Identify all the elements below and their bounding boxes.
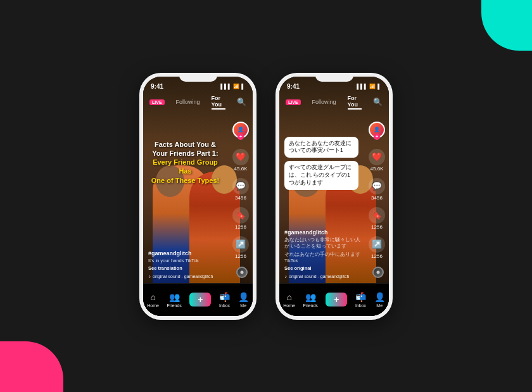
title-highlight2: One of These Types! [151,177,219,184]
follow-badge: + [238,134,244,140]
music-note-icon-right: ♪ [284,274,287,279]
inbox-icon-right: 📬 [355,292,366,302]
friends-label: Friends [167,303,182,308]
inbox-nav-item-right[interactable]: 📬 Inbox [355,292,366,308]
spinning-disc [236,267,248,278]
me-nav-item[interactable]: 👤 Me [238,292,249,308]
create-nav-item-right[interactable]: + [326,293,347,307]
create-button[interactable]: + [189,293,211,307]
friends-icon: 👥 [169,292,180,302]
search-icon-right[interactable]: 🔍 [373,98,383,106]
video-title: Facts About You & Your Friends Part 1: E… [149,140,221,185]
bookmark-icon: 🔖 [232,207,249,224]
status-time-right: 9:41 [287,83,300,90]
bookmark-action[interactable]: 🔖 1256 [232,207,249,230]
me-label: Me [240,303,246,308]
inbox-label: Inbox [219,303,230,308]
caption: It's in your hands TikTok [148,258,225,263]
friends-label-right: Friends [303,303,318,308]
home-icon: ⌂ [150,292,155,302]
friends-nav-item-right[interactable]: 👥 Friends [303,292,318,308]
comment-icon-right: 💬 [369,178,385,194]
share-icon: ↗️ [232,236,249,253]
following-tab[interactable]: Following [176,99,200,105]
profile-action[interactable]: 👤 + [232,122,249,142]
me-label-right: Me [376,303,383,308]
live-badge: LIVE [149,99,165,105]
comment-action[interactable]: 💬 3456 [232,178,249,201]
sound-name-right: original sound - gameandglitch [289,274,349,279]
home-nav-item-right[interactable]: ⌂ Home [283,292,295,308]
bottom-navigation: ⌂ Home 👥 Friends + 📬 Inbox 👤 Me [143,283,253,316]
comment-action-right[interactable]: 💬 3456 [369,178,385,201]
battery-icon: ▌ [241,84,245,89]
top-nav: LIVE Following For You 🔍 [143,92,253,112]
share-count: 1256 [235,253,246,259]
inbox-label-right: Inbox [355,303,366,308]
comment-icon: 💬 [232,178,249,194]
status-icons-right: ▌▌▌ 📶 ▌ [357,84,381,89]
create-button-right[interactable]: + [326,293,347,307]
following-tab-right[interactable]: Following [312,99,336,105]
phone-screen-right: 9:41 ▌▌▌ 📶 ▌ LIVE Following For You 🔍 あな… [279,77,389,316]
like-count: 45.6K [234,166,248,172]
inbox-nav-item[interactable]: 📬 Inbox [219,292,230,308]
phone-screen: 9:41 ▌▌▌ 📶 ▌ LIVE Following For You 🔍 Fa… [143,77,253,316]
notch [179,73,217,82]
caption-right: あなたはいつも非常に騒々しい人が いることを知っています [284,237,361,250]
side-actions: 👤 + ❤️ 45.6K 💬 3456 🔖 1256 ↗️ 1256 [232,122,249,259]
heart-icon: ❤️ [232,149,249,165]
username-right: #gameandglitch [284,229,361,236]
accent-pink [0,341,63,392]
bottom-navigation-right: ⌂ Home 👥 Friends + 📬 Inbox 👤 Me [279,283,389,316]
live-badge-right: LIVE [286,99,301,105]
signal-icon: ▌▌▌ [220,84,231,89]
sound-name: original sound - gameandglitch [153,274,213,279]
bookmark-icon-right: 🔖 [369,207,385,224]
translation-bubble-2: すべての友達グループには、これ らのタイプの1つがあります [284,161,358,190]
for-you-tab-right[interactable]: For You [348,95,362,110]
username: #gameandglitch [148,250,225,256]
side-actions-right: 👤 + ❤️ 45.6K 💬 3456 🔖 1256 ↗️ 1256 [369,122,385,259]
like-action-right[interactable]: ❤️ 45.6K [369,149,385,172]
sound-row-right: ♪ original sound - gameandglitch [284,274,361,279]
signal-icon-right: ▌▌▌ [357,84,367,89]
spinning-disc-right [372,267,384,278]
bookmark-action-right[interactable]: 🔖 1256 [369,207,385,230]
caption-right-2: それはあなたの手の中にありますTikTok [284,251,361,263]
see-translation-btn[interactable]: See translation [148,265,225,271]
title-highlight1: Every Friend Group Has [153,158,218,175]
wifi-icon: 📶 [233,84,239,89]
bookmark-count: 1256 [235,224,246,230]
see-original-btn[interactable]: See original [284,265,361,271]
like-action[interactable]: ❤️ 45.6K [232,149,249,172]
me-icon-right: 👤 [374,292,385,302]
share-action-right[interactable]: ↗️ 1256 [369,236,385,259]
friends-nav-item[interactable]: 👥 Friends [167,292,182,308]
home-icon-right: ⌂ [286,292,291,302]
sound-row: ♪ original sound - gameandglitch [148,274,225,279]
comment-count: 3456 [235,195,246,201]
profile-action-right[interactable]: 👤 + [369,122,385,142]
me-nav-item-right[interactable]: 👤 Me [374,292,385,308]
share-action[interactable]: ↗️ 1256 [232,236,249,259]
for-you-tab[interactable]: For You [212,95,225,110]
right-phone: 9:41 ▌▌▌ 📶 ▌ LIVE Following For You 🔍 あな… [276,73,393,320]
music-note-icon: ♪ [148,274,151,279]
me-icon: 👤 [238,292,249,302]
bottom-info: #gameandglitch It's in your hands TikTok… [148,250,225,279]
notch-right [315,73,353,82]
title-line1: Facts About You & [155,141,216,148]
status-time: 9:41 [151,83,163,90]
share-count-right: 1256 [371,253,383,259]
follow-badge-right: + [374,134,380,140]
home-nav-item[interactable]: ⌂ Home [147,292,159,308]
heart-icon-right: ❤️ [369,149,385,165]
share-icon-right: ↗️ [369,236,385,253]
battery-icon-right: ▌ [377,84,381,89]
phones-container: 9:41 ▌▌▌ 📶 ▌ LIVE Following For You 🔍 Fa… [139,73,393,320]
home-label-right: Home [283,303,295,308]
bookmark-count-right: 1256 [371,224,383,230]
search-icon[interactable]: 🔍 [237,98,246,106]
create-nav-item[interactable]: + [189,293,211,307]
